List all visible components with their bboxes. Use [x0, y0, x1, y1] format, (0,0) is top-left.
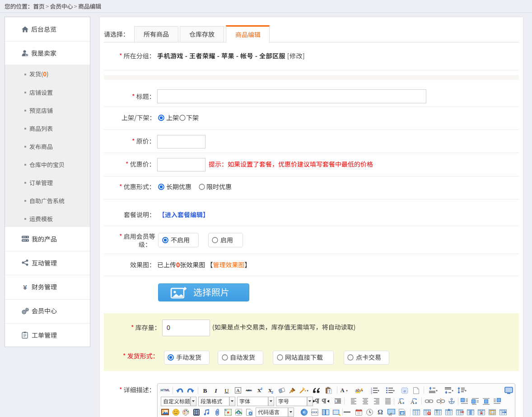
svg-text:3: 3 — [371, 392, 372, 394]
svg-text:ab: ab — [355, 388, 360, 393]
svg-text:T: T — [328, 389, 331, 394]
svg-text:G: G — [237, 410, 241, 415]
svg-text:A: A — [236, 388, 240, 393]
svg-text:a: a — [402, 400, 404, 405]
svg-text:W: W — [401, 411, 404, 414]
svg-text:¥: ¥ — [23, 283, 27, 291]
svg-text:a: a — [415, 400, 417, 405]
svg-text:T: T — [436, 409, 438, 413]
svg-text:A: A — [411, 399, 415, 405]
svg-text:a: a — [404, 389, 406, 393]
